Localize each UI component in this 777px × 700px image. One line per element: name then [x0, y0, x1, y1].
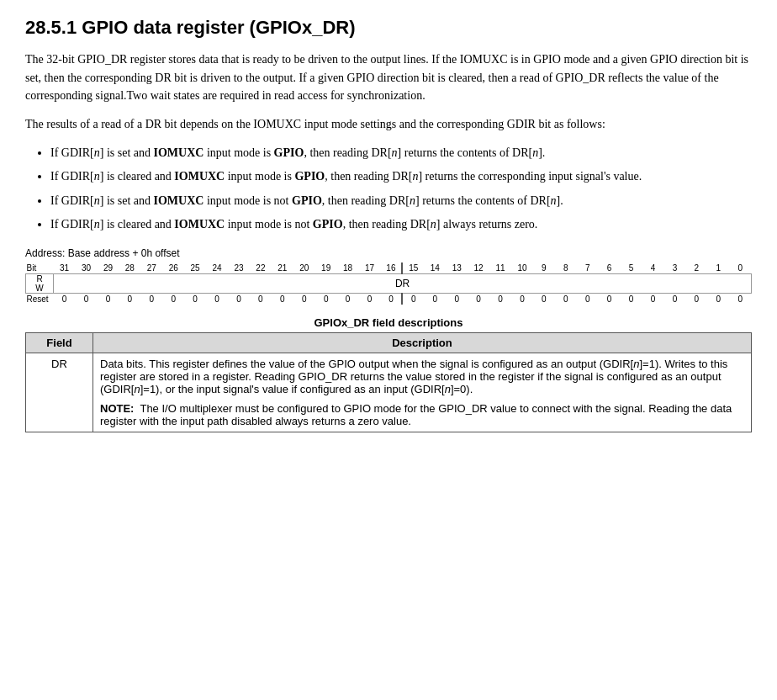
bit-24: 24 — [206, 262, 228, 274]
bit-26: 26 — [162, 262, 184, 274]
bit-31: 31 — [54, 262, 76, 274]
bit-11: 11 — [489, 262, 511, 274]
bit-table-wrapper: Bit 31 30 29 28 27 26 25 24 23 22 21 20 … — [25, 262, 752, 305]
bit-20: 20 — [293, 262, 315, 274]
bit-10: 10 — [511, 262, 533, 274]
bit-14: 14 — [424, 262, 446, 274]
desc-col-header: Description — [93, 333, 752, 353]
field-desc-text: Data bits. This register defines the val… — [100, 358, 744, 395]
bit-16: 16 — [380, 262, 402, 274]
field-description-dr: Data bits. This register defines the val… — [93, 353, 752, 432]
bit-3: 3 — [663, 262, 685, 274]
bit-8: 8 — [555, 262, 577, 274]
field-row-dr: DR Data bits. This register defines the … — [26, 353, 752, 432]
paragraph2: The results of a read of a DR bit depend… — [25, 115, 752, 134]
bit-12: 12 — [468, 262, 489, 274]
bit-25: 25 — [184, 262, 206, 274]
bit-13: 13 — [446, 262, 468, 274]
reset-label-cell: Reset — [26, 294, 54, 305]
list-item: If GDIR[n] is set and IOMUXC input mode … — [50, 192, 752, 210]
bit-register-table: Bit 31 30 29 28 27 26 25 24 23 22 21 20 … — [25, 262, 752, 305]
bit-6: 6 — [599, 262, 621, 274]
address-label: Address: Base address + 0h offset — [25, 247, 752, 259]
bit-header-row: Bit 31 30 29 28 27 26 25 24 23 22 21 20 … — [26, 262, 752, 274]
rw-row: R W DR — [26, 274, 752, 294]
bit-15: 15 — [402, 262, 424, 274]
bit-22: 22 — [250, 262, 272, 274]
field-table-header-row: Field Description — [26, 333, 752, 353]
bit-19: 19 — [315, 262, 337, 274]
bit-9: 9 — [533, 262, 555, 274]
list-item: If GDIR[n] is set and IOMUXC input mode … — [50, 144, 752, 162]
bit-7: 7 — [577, 262, 599, 274]
list-item: If GDIR[n] is cleared and IOMUXC input m… — [50, 215, 752, 234]
field-col-header: Field — [26, 333, 93, 353]
bit-label: Bit — [26, 262, 54, 274]
bit-27: 27 — [140, 262, 162, 274]
field-name-dr: DR — [26, 353, 93, 432]
bit-0: 0 — [729, 262, 751, 274]
bit-21: 21 — [272, 262, 293, 274]
bit-2: 2 — [685, 262, 707, 274]
field-table-title: GPIOx_DR field descriptions — [25, 316, 752, 329]
reset-row: Reset 0 0 0 0 0 0 0 0 0 0 0 0 0 0 0 0 0 … — [26, 294, 752, 305]
bit-23: 23 — [228, 262, 250, 274]
list-item: If GDIR[n] is cleared and IOMUXC input m… — [50, 167, 752, 186]
bit-30: 30 — [76, 262, 98, 274]
field-note: NOTE: The I/O multiplexer must be config… — [100, 402, 744, 427]
bullet-list: If GDIR[n] is set and IOMUXC input mode … — [50, 144, 752, 235]
field-description-table: Field Description DR Data bits. This reg… — [25, 332, 752, 432]
section-title: 28.5.1 GPIO data register (GPIOx_DR) — [25, 17, 752, 39]
bit-28: 28 — [119, 262, 140, 274]
bit-18: 18 — [337, 262, 359, 274]
bit-4: 4 — [642, 262, 664, 274]
bit-1: 1 — [707, 262, 729, 274]
bit-29: 29 — [97, 262, 119, 274]
note-label: NOTE: — [100, 402, 134, 415]
bit-5: 5 — [621, 262, 642, 274]
bit-17: 17 — [359, 262, 381, 274]
paragraph1: The 32-bit GPIO_DR register stores data … — [25, 50, 752, 105]
